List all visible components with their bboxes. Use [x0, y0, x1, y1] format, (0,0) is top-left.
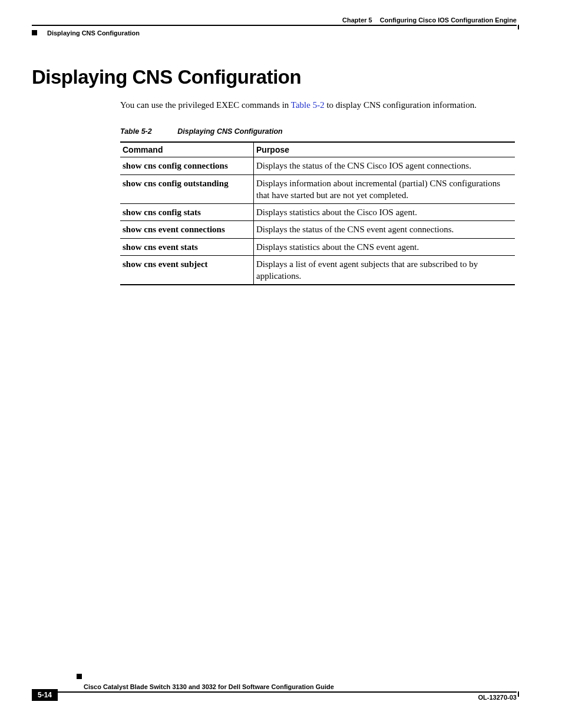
footer-rule — [32, 691, 517, 693]
section-heading: Displaying CNS Configuration — [32, 66, 517, 88]
purpose-cell: Displays a list of event agent subjects … — [254, 255, 515, 285]
table-row: show cns config connections Displays the… — [120, 157, 515, 174]
footer-tick-icon — [518, 691, 519, 697]
chapter-title: Configuring Cisco IOS Configuration Engi… — [380, 17, 517, 24]
table-row: show cns event stats Displays statistics… — [120, 238, 515, 255]
commands-table: Command Purpose show cns config connecti… — [120, 141, 515, 285]
table-row: show cns event connections Displays the … — [120, 221, 515, 238]
purpose-cell: Displays the status of the CNS Cisco IOS… — [254, 157, 515, 174]
header-rule — [32, 25, 517, 26]
purpose-cell: Displays statistics about the Cisco IOS … — [254, 204, 515, 221]
purpose-cell: Displays information about incremental (… — [254, 174, 515, 204]
table-caption: Table 5-2 Displaying CNS Configuration — [120, 127, 517, 136]
table-header-purpose: Purpose — [254, 142, 515, 157]
command-cell: show cns event stats — [120, 238, 254, 255]
table-crossref-link[interactable]: Table 5-2 — [291, 100, 325, 110]
chapter-number: Chapter 5 — [342, 17, 372, 24]
command-cell: show cns config stats — [120, 204, 254, 221]
intro-paragraph: You can use the privileged EXEC commands… — [120, 99, 517, 111]
intro-text-post: to display CNS configuration information… — [325, 100, 477, 110]
document-id: OL-13270-03 — [478, 694, 517, 701]
command-cell: show cns config connections — [120, 157, 254, 174]
table-header-command: Command — [120, 142, 254, 157]
footer-square-icon — [77, 674, 82, 679]
table-number: Table 5-2 — [120, 127, 152, 136]
page-number-badge: 5-14 — [32, 689, 58, 701]
table-row: show cns event subject Displays a list o… — [120, 255, 515, 285]
header-right: Chapter 5 Configuring Cisco IOS Configur… — [342, 17, 517, 24]
footer-bar: 5-14 OL-13270-03 — [32, 691, 517, 703]
running-section: Displaying CNS Configuration — [47, 29, 140, 37]
command-cell: show cns config outstanding — [120, 174, 254, 204]
page-footer: Cisco Catalyst Blade Switch 3130 and 303… — [32, 683, 517, 703]
intro-text-pre: You can use the privileged EXEC commands… — [120, 100, 291, 110]
table-row: show cns config stats Displays statistic… — [120, 204, 515, 221]
purpose-cell: Displays statistics about the CNS event … — [254, 238, 515, 255]
header-tick-icon — [518, 25, 519, 29]
command-cell: show cns event connections — [120, 221, 254, 238]
table-title: Displaying CNS Configuration — [177, 127, 282, 136]
command-cell: show cns event subject — [120, 255, 254, 285]
header-square-icon — [32, 30, 37, 35]
body: You can use the privileged EXEC commands… — [120, 99, 517, 285]
table-row: show cns config outstanding Displays inf… — [120, 174, 515, 204]
footer-book-title: Cisco Catalyst Blade Switch 3130 and 303… — [84, 683, 517, 690]
purpose-cell: Displays the status of the CNS event age… — [254, 221, 515, 238]
main-content: Displaying CNS Configuration You can use… — [32, 66, 517, 285]
